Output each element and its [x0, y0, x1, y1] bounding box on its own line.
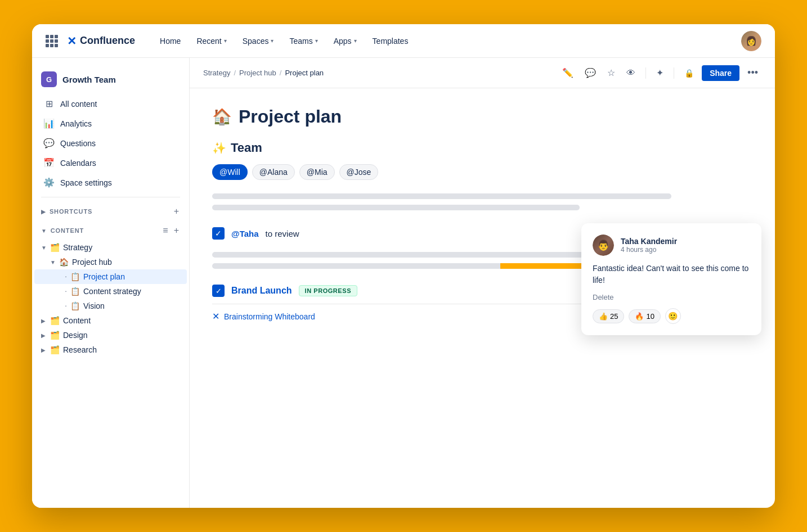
- grid-menu-icon[interactable]: [46, 35, 58, 47]
- toolbar-divider-1: [645, 67, 646, 79]
- breadcrumb-strategy[interactable]: Strategy: [203, 69, 230, 77]
- tree-strategy[interactable]: ▼ 🗂️ Strategy: [34, 240, 187, 255]
- vision-bullet: •: [61, 304, 70, 308]
- shortcuts-label: ▶ SHORTCUTS: [41, 208, 92, 215]
- page-title-emoji: 🏠: [212, 107, 232, 126]
- sidebar-analytics[interactable]: 📊 Analytics: [34, 114, 187, 133]
- logo-area[interactable]: ✕ Confluence: [67, 34, 135, 48]
- task-status-badge: IN PROGRESS: [299, 285, 357, 296]
- apps-chevron-icon: ▾: [354, 38, 357, 44]
- team-emoji: ✨: [212, 141, 226, 155]
- team-tag-jose[interactable]: @Jose: [339, 164, 379, 180]
- tree-research[interactable]: ▶ 🗂️ Research: [34, 342, 187, 357]
- fire-count: 10: [646, 312, 654, 321]
- team-tag-alana[interactable]: @Alana: [252, 164, 295, 180]
- action-mention[interactable]: @Taha: [231, 229, 259, 238]
- commenter-avatar-image: 👨: [593, 235, 614, 256]
- space-settings-icon: ⚙️: [43, 177, 55, 188]
- breadcrumb-current: Project plan: [285, 69, 324, 77]
- content-strategy-icon: 📋: [70, 287, 80, 296]
- more-options-button[interactable]: •••: [744, 65, 761, 81]
- tree-content[interactable]: ▶ 🗂️ Content: [34, 313, 187, 328]
- sidebar-divider: [41, 197, 180, 197]
- watch-button[interactable]: 👁: [623, 66, 639, 80]
- share-button[interactable]: Share: [702, 65, 739, 81]
- sidebar: G Growth Team ⊞ All content 📊 Analytics …: [32, 58, 190, 508]
- commenter-info: Taha Kandemir 4 hours ago: [621, 237, 677, 254]
- tree-project-hub[interactable]: ▼ 🏠 Project hub: [34, 255, 187, 269]
- add-content-button[interactable]: +: [173, 224, 180, 237]
- project-plan-icon: 📋: [70, 272, 80, 281]
- sidebar-all-content[interactable]: ⊞ All content: [34, 94, 187, 114]
- design-folder-icon: 🗂️: [50, 331, 60, 340]
- comment-button[interactable]: 💬: [581, 65, 599, 80]
- nav-spaces[interactable]: Spaces ▾: [236, 33, 281, 49]
- tree-project-plan[interactable]: • 📋 Project plan: [34, 269, 187, 284]
- comment-popup: 👨 Taha Kandemir 4 hours ago Fantastic id…: [581, 223, 761, 335]
- calendars-icon: 📅: [43, 157, 55, 168]
- sidebar-questions[interactable]: 💬 Questions: [34, 133, 187, 153]
- toolbar-divider-2: [674, 67, 674, 79]
- filter-content-button[interactable]: ≡: [162, 224, 169, 237]
- outer-wrapper: ✕ Confluence Home Recent ▾ Spaces ▾ Team…: [0, 0, 807, 532]
- task-checkbox[interactable]: ✓: [212, 285, 225, 297]
- star-button[interactable]: ☆: [604, 65, 618, 80]
- breadcrumb-bar: Strategy / Project hub / Project plan ✏️…: [190, 58, 775, 88]
- commenter-avatar: 👨: [593, 235, 614, 256]
- research-toggle-icon: ▶: [41, 347, 50, 353]
- nav-apps[interactable]: Apps ▾: [327, 33, 364, 49]
- action-checkbox[interactable]: ✓: [212, 227, 225, 240]
- comment-text: Fantastic idea! Can't wait to see this c…: [593, 263, 750, 286]
- nav-templates[interactable]: Templates: [366, 33, 415, 49]
- whiteboard-icon: ✕: [212, 311, 219, 322]
- nav-recent[interactable]: Recent ▾: [190, 33, 233, 49]
- tree-vision[interactable]: • 📋 Vision: [34, 299, 187, 313]
- nav-right: 👩: [741, 31, 761, 51]
- content-strategy-bullet: •: [61, 290, 70, 293]
- content-section-header[interactable]: ▼ CONTENT ≡ +: [32, 221, 189, 240]
- sidebar-calendars[interactable]: 📅 Calendars: [34, 153, 187, 173]
- add-shortcut-button[interactable]: +: [173, 205, 180, 218]
- nav-teams[interactable]: Teams ▾: [283, 33, 324, 49]
- spaces-chevron-icon: ▾: [271, 38, 274, 44]
- task-name[interactable]: Brand Launch: [231, 286, 292, 296]
- content-lines-1: [212, 193, 752, 210]
- team-tags: @Will @Alana @Mia @Jose: [212, 164, 752, 180]
- sidebar-space-settings[interactable]: ⚙️ Space settings: [34, 173, 187, 192]
- whiteboard-label[interactable]: Brainstorming Whiteboard: [224, 312, 315, 321]
- team-tag-will[interactable]: @Will: [212, 164, 248, 180]
- thumbsup-count: 25: [610, 312, 618, 321]
- shortcuts-section-header[interactable]: ▶ SHORTCUTS +: [32, 202, 189, 221]
- team-tag-mia[interactable]: @Mia: [299, 164, 335, 180]
- toolbar-actions: ✏️ 💬 ☆ 👁 ✦ 🔒 Share •••: [559, 65, 761, 81]
- shortcuts-chevron-icon: ▶: [41, 209, 46, 215]
- logo-x-icon: ✕: [67, 34, 77, 48]
- recent-chevron-icon: ▾: [224, 38, 227, 44]
- project-plan-bullet: •: [61, 275, 70, 278]
- space-header[interactable]: G Growth Team: [32, 67, 189, 94]
- content-chevron-icon: ▼: [41, 228, 47, 234]
- strategy-toggle-icon: ▼: [41, 245, 50, 251]
- edit-button[interactable]: ✏️: [559, 65, 577, 80]
- settings-button[interactable]: ✦: [653, 65, 667, 80]
- breadcrumb-sep-2: /: [280, 69, 282, 77]
- breadcrumb-project-hub[interactable]: Project hub: [239, 69, 276, 77]
- tree-design[interactable]: ▶ 🗂️ Design: [34, 328, 187, 342]
- nav-items: Home Recent ▾ Spaces ▾ Teams ▾ Apps ▾: [153, 33, 737, 49]
- lock-button[interactable]: 🔒: [681, 66, 697, 80]
- browser-window: ✕ Confluence Home Recent ▾ Spaces ▾ Team…: [32, 24, 775, 508]
- reaction-thumbsup-button[interactable]: 👍 25: [593, 309, 624, 323]
- tree-content-strategy[interactable]: • 📋 Content strategy: [34, 284, 187, 299]
- reaction-fire-button[interactable]: 🔥 10: [629, 309, 660, 323]
- project-hub-toggle-icon: ▼: [50, 259, 59, 265]
- add-reaction-button[interactable]: 🙂: [665, 308, 681, 324]
- comment-delete-button[interactable]: Delete: [593, 293, 750, 301]
- comment-header: 👨 Taha Kandemir 4 hours ago: [593, 235, 750, 256]
- vision-icon: 📋: [70, 301, 80, 310]
- content-section-actions: ≡ +: [162, 224, 180, 237]
- project-hub-icon: 🏠: [59, 258, 69, 267]
- breadcrumb: Strategy / Project hub / Project plan: [203, 69, 324, 77]
- commenter-name: Taha Kandemir: [621, 237, 677, 246]
- nav-home[interactable]: Home: [153, 33, 187, 49]
- user-avatar[interactable]: 👩: [741, 31, 761, 51]
